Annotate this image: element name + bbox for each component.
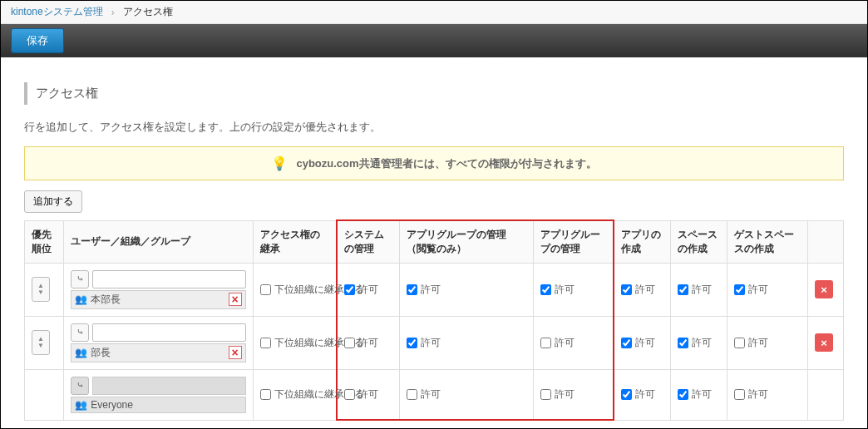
app_create-checkbox-label[interactable]: 許可 <box>621 283 663 297</box>
user-search-input[interactable] <box>92 323 245 342</box>
system-checkbox[interactable] <box>344 389 355 400</box>
table-header-row: 優先順位 ユーザー／組織／グループ アクセス権の継承 システムの管理 アプリグル… <box>25 220 844 263</box>
table-row: ⤷👥Everyone下位組織に継承する許可許可許可許可許可許可 <box>25 369 844 420</box>
users-icon: 👥 <box>75 399 87 411</box>
user-readonly-field <box>92 377 245 395</box>
app_create-checkbox[interactable] <box>621 389 632 400</box>
space_create-checkbox[interactable] <box>678 338 688 348</box>
guest_create-checkbox[interactable] <box>734 389 745 400</box>
guest_create-checkbox-label[interactable]: 許可 <box>734 387 801 402</box>
space_create-checkbox-label[interactable]: 許可 <box>678 283 721 297</box>
system-checkbox[interactable] <box>344 338 355 348</box>
save-button[interactable]: 保存 <box>11 28 64 53</box>
header-appgroup-manage: アプリグループの管理 <box>533 220 614 263</box>
appgroup_view-checkbox[interactable] <box>407 389 417 400</box>
appgroup_manage-checkbox-label[interactable]: 許可 <box>540 387 606 402</box>
app_create-checkbox[interactable] <box>621 338 632 348</box>
breadcrumb-root-link[interactable]: kintoneシステム管理 <box>11 5 103 19</box>
breadcrumb-separator-icon <box>111 7 115 18</box>
org-tree-icon: ⤷ <box>71 377 89 395</box>
appgroup_manage-checkbox-label[interactable]: 許可 <box>540 283 606 297</box>
org-name-label: Everyone <box>91 399 241 411</box>
delete-row-button[interactable]: × <box>815 280 833 298</box>
app_create-checkbox-label[interactable]: 許可 <box>621 336 663 350</box>
space_create-checkbox[interactable] <box>678 284 688 295</box>
inherit-checkbox[interactable] <box>260 284 271 295</box>
notice-text: cybozu.com共通管理者には、すべての権限が付与されます。 <box>296 156 596 171</box>
system-checkbox-label[interactable]: 許可 <box>344 283 392 297</box>
breadcrumb: kintoneシステム管理 アクセス権 <box>1 1 867 24</box>
remove-org-button[interactable]: × <box>229 293 242 306</box>
checkbox-text: 許可 <box>421 387 441 402</box>
inherit-checkbox[interactable] <box>260 389 271 400</box>
header-guest-create: ゲストスペースの作成 <box>727 220 808 263</box>
page-title: アクセス権 <box>24 82 844 105</box>
appgroup_view-checkbox-label[interactable]: 許可 <box>407 336 526 350</box>
header-appgroup-view: アプリグループの管理（閲覧のみ） <box>399 220 533 263</box>
action-bar: 保存 <box>1 24 867 57</box>
checkbox-text: 許可 <box>358 336 378 350</box>
app_create-checkbox[interactable] <box>621 284 632 295</box>
system-checkbox-label[interactable]: 許可 <box>344 387 392 402</box>
guest_create-checkbox[interactable] <box>734 284 745 295</box>
checkbox-text: 許可 <box>555 387 575 402</box>
guest_create-checkbox[interactable] <box>734 338 745 348</box>
chevron-down-icon: ▼ <box>37 343 44 349</box>
checkbox-text: 許可 <box>748 283 768 297</box>
org-tree-icon[interactable]: ⤷ <box>71 270 89 288</box>
header-app-create: アプリの作成 <box>614 220 671 263</box>
reorder-handle[interactable]: ▲▼ <box>32 330 50 355</box>
guest_create-checkbox-label[interactable]: 許可 <box>734 336 801 350</box>
space_create-checkbox[interactable] <box>678 389 688 400</box>
checkbox-text: 許可 <box>421 336 441 350</box>
checkbox-text: 許可 <box>555 283 575 297</box>
appgroup_view-checkbox-label[interactable]: 許可 <box>407 387 526 402</box>
inherit-checkbox-label[interactable]: 下位組織に継承する <box>260 387 329 402</box>
guest_create-checkbox-label[interactable]: 許可 <box>734 283 801 297</box>
header-inherit: アクセス権の継承 <box>253 220 337 263</box>
checkbox-text: 許可 <box>635 283 655 297</box>
users-icon: 👥 <box>75 293 87 305</box>
checkbox-text: 許可 <box>358 283 378 297</box>
checkbox-text: 許可 <box>635 336 655 350</box>
breadcrumb-current: アクセス権 <box>123 5 173 19</box>
system-checkbox[interactable] <box>344 284 355 295</box>
notice-banner: 💡 cybozu.com共通管理者には、すべての権限が付与されます。 <box>24 146 844 180</box>
add-row-button[interactable]: 追加する <box>24 190 82 213</box>
app_create-checkbox-label[interactable]: 許可 <box>621 387 663 402</box>
header-system: システムの管理 <box>337 220 399 263</box>
appgroup_view-checkbox[interactable] <box>407 338 417 348</box>
delete-row-button[interactable]: × <box>815 333 833 352</box>
users-icon: 👥 <box>75 347 87 358</box>
system-checkbox-label[interactable]: 許可 <box>344 336 392 350</box>
inherit-checkbox-label[interactable]: 下位組織に継承する <box>260 336 329 350</box>
checkbox-text: 許可 <box>692 387 712 402</box>
user-search-input[interactable] <box>92 270 245 288</box>
checkbox-text: 許可 <box>555 336 575 350</box>
chevron-down-icon: ▼ <box>37 289 44 296</box>
remove-org-button[interactable]: × <box>229 346 242 359</box>
inherit-checkbox[interactable] <box>260 338 271 348</box>
appgroup_manage-checkbox[interactable] <box>540 389 551 400</box>
header-user: ユーザー／組織／グループ <box>64 220 253 263</box>
appgroup_manage-checkbox[interactable] <box>540 284 551 295</box>
space_create-checkbox-label[interactable]: 許可 <box>678 387 721 402</box>
org-name-label: 部長 <box>91 346 224 360</box>
checkbox-text: 許可 <box>358 387 378 402</box>
instruction-text: 行を追加して、アクセス権を設定します。上の行の設定が優先されます。 <box>24 120 844 135</box>
checkbox-text: 許可 <box>748 387 768 402</box>
inherit-checkbox-label[interactable]: 下位組織に継承する <box>260 283 329 297</box>
org-name-label: 本部長 <box>91 293 224 307</box>
checkbox-text: 許可 <box>421 283 441 297</box>
appgroup_manage-checkbox-label[interactable]: 許可 <box>540 336 606 350</box>
appgroup_view-checkbox[interactable] <box>407 284 417 295</box>
reorder-handle[interactable]: ▲▼ <box>32 277 50 302</box>
header-delete <box>808 220 844 263</box>
org-tree-icon[interactable]: ⤷ <box>71 323 89 342</box>
appgroup_view-checkbox-label[interactable]: 許可 <box>407 283 526 297</box>
checkbox-text: 許可 <box>635 387 655 402</box>
checkbox-text: 許可 <box>692 336 712 350</box>
checkbox-text: 許可 <box>692 283 712 297</box>
space_create-checkbox-label[interactable]: 許可 <box>678 336 721 350</box>
appgroup_manage-checkbox[interactable] <box>540 338 551 348</box>
